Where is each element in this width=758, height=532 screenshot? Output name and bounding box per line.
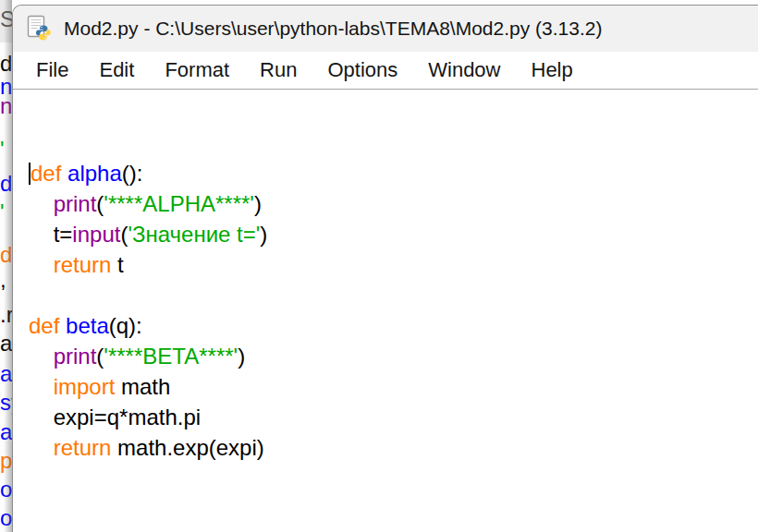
code-line: expi=q*math.pi [29,402,754,432]
menu-edit[interactable]: Edit [99,58,134,82]
window-title: Mod2.py - C:\Users\user\python-labs\TEMA… [64,18,602,40]
menu-options[interactable]: Options [327,58,397,82]
code-line: t=input('Значение t=') [29,219,754,249]
code-line: def alpha(): [29,158,754,188]
python-file-icon [26,15,54,42]
code-line: print('****ALPHA****') [29,188,754,219]
code-editor[interactable]: def alpha(): print('****ALPHA****') t=in… [13,90,758,531]
code-line: def beta(q): [29,310,754,341]
code-line: return t [29,249,754,280]
menu-window[interactable]: Window [428,58,500,82]
menu-help[interactable]: Help [532,58,573,82]
code-line [29,280,754,310]
code-line: import math [29,371,754,402]
code-line: return math.exp(expi) [29,432,754,463]
menu-run[interactable]: Run [260,58,297,82]
idle-editor-window: Mod2.py - C:\Users\user\python-labs\TEMA… [12,5,758,532]
screen: Sdincn'd'd,.racasyalpoco( Mod2.py - C:\U… [0,0,758,532]
menu-file[interactable]: File [36,58,68,82]
menu-format[interactable]: Format [165,58,229,82]
code-lines: def alpha(): print('****ALPHA****') t=in… [29,158,754,463]
code-line: print('****BETA****') [29,341,754,371]
menubar: FileEditFormatRunOptionsWindowHelp [13,52,758,90]
background-window-strip[interactable]: Sdincn'd'd,.racasyalpoco( [0,0,12,532]
window-drop-shadow [4,0,12,532]
titlebar[interactable]: Mod2.py - C:\Users\user\python-labs\TEMA… [13,6,758,52]
